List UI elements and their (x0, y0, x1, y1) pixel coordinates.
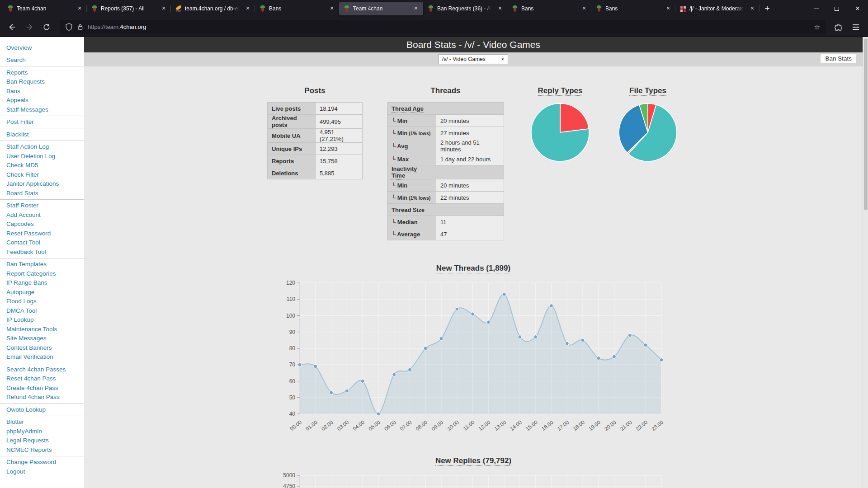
browser-tab[interactable]: Ban Requests (36) - All× (423, 2, 507, 15)
sidebar-item-staff-roster[interactable]: Staff Roster (0, 201, 84, 211)
sidebar-item-reports[interactable]: Reports (0, 68, 84, 77)
sidebar-item-ip-lookup[interactable]: IP Lookup (0, 315, 84, 325)
sidebar-item-contest-banners[interactable]: Contest Banners (0, 343, 84, 352)
data-point (597, 357, 600, 360)
board-select[interactable]: /v/ - Video Games ▼ (439, 54, 508, 64)
sidebar-item-report-categories[interactable]: Report Categories (0, 269, 84, 278)
sidebar-item-add-account[interactable]: Add Account (0, 210, 84, 220)
shield-icon (65, 23, 73, 31)
row-label: Thread Age (387, 103, 436, 115)
tab-close-button[interactable]: × (327, 4, 336, 13)
sidebar-item-staff-messages[interactable]: Staff Messages (0, 105, 84, 114)
sidebar-item-board-stats[interactable]: Board Stats (0, 188, 84, 198)
sidebar-item-capcodes[interactable]: Capcodes (0, 220, 84, 229)
tab-close-button[interactable]: × (75, 4, 84, 13)
sidebar-item-reset-4chan-pass[interactable]: Reset 4chan Pass (0, 374, 84, 384)
sidebar-item-post-filter[interactable]: Post Filter (0, 117, 84, 127)
reload-button[interactable] (39, 19, 54, 35)
tab-close-button[interactable]: × (664, 4, 673, 13)
sidebar-item-maintenance-tools[interactable]: Maintenance Tools (0, 324, 84, 334)
data-point (298, 363, 302, 366)
url-scheme-subdomain: https://team. (88, 23, 120, 30)
scrollbar-thumb[interactable] (864, 38, 868, 210)
svg-text:16:00: 16:00 (541, 419, 554, 432)
sidebar-item-user-deletion-log[interactable]: User Deletion Log (0, 151, 84, 161)
sidebar-item-search-4chan-passes[interactable]: Search 4chan Passes (0, 365, 84, 374)
sidebar-item-phpmyadmin[interactable]: phpMyAdmin (0, 427, 84, 436)
hamburger-icon (853, 27, 859, 28)
menu-button[interactable] (848, 19, 863, 35)
sidebar-item-dmca-tool[interactable]: DMCA Tool (0, 306, 84, 315)
sidebar-item-check-filter[interactable]: Check Filter (0, 170, 84, 179)
forward-button[interactable] (22, 19, 37, 35)
svg-text:4750: 4750 (283, 483, 295, 488)
sidebar-item-create-4chan-pass[interactable]: Create 4chan Pass (0, 383, 84, 393)
sidebar-item-owoto-lookup[interactable]: Owoto Lookup (0, 405, 84, 414)
sidebar-item-autopurge[interactable]: Autopurge (0, 287, 84, 297)
svg-text:90: 90 (289, 329, 296, 335)
sidebar-item-ban-requests[interactable]: Ban Requests (0, 77, 84, 87)
tab-close-button[interactable]: × (495, 4, 505, 13)
sidebar-item-change-password[interactable]: Change Password (0, 458, 84, 467)
svg-text:03:00: 03:00 (336, 419, 350, 432)
sidebar-item-flood-logs[interactable]: Flood Logs (0, 297, 84, 306)
browser-tab[interactable]: PMAteam.4chan.org / db-ena× (171, 2, 255, 15)
tab-close-button[interactable]: × (411, 4, 420, 13)
url-bar[interactable]: https://team.4chan.org ☆ (60, 20, 826, 34)
table-row: └ Min20 minutes (387, 115, 504, 127)
file-types-block: File Types (616, 86, 679, 163)
extensions-button[interactable] (831, 19, 846, 35)
tab-title: Bans (521, 5, 577, 12)
sidebar-item-check-md5[interactable]: Check MD5 (0, 161, 84, 170)
sidebar-item-staff-action-log[interactable]: Staff Action Log (0, 142, 84, 152)
page-scrollbar[interactable] (863, 37, 868, 488)
browser-tab[interactable]: Bans× (591, 2, 675, 15)
tab-close-button[interactable]: × (159, 4, 168, 13)
sidebar-item-contact-tool[interactable]: Contact Tool (0, 238, 84, 248)
sidebar-item-appeals[interactable]: Appeals (0, 96, 84, 105)
ban-stats-button[interactable]: Ban Stats (821, 54, 856, 63)
sidebar-item-reset-password[interactable]: Reset Password (0, 229, 84, 238)
minimize-button[interactable] (806, 2, 826, 15)
window-controls: × (806, 2, 868, 15)
tab-close-button[interactable]: × (243, 4, 252, 13)
browser-tab[interactable]: Bans× (255, 2, 339, 15)
sidebar-item-blotter[interactable]: Blotter (0, 418, 84, 427)
tab-close-button[interactable]: × (748, 4, 757, 13)
posts-block: Posts Live posts18,194Archived posts499,… (267, 86, 363, 179)
row-label: Thread Size (387, 204, 436, 216)
svg-text:06:00: 06:00 (383, 419, 397, 432)
bookmark-star-icon[interactable]: ☆ (814, 23, 820, 31)
sidebar-item-ban-templates[interactable]: Ban Templates (0, 260, 84, 269)
sidebar-item-site-messages[interactable]: Site Messages (0, 334, 84, 343)
browser-tab[interactable]: Reports (357) - All× (87, 2, 171, 15)
table-row: Mobile UA4,951 (27.21%) (268, 129, 363, 143)
back-button[interactable] (5, 19, 20, 35)
data-point (345, 389, 349, 393)
sidebar-item-ip-range-bans[interactable]: IP Range Bans (0, 278, 84, 288)
sidebar-item-feedback-tool[interactable]: Feedback Tool (0, 247, 84, 257)
sidebar-item-blacklist[interactable]: Blacklist (0, 130, 84, 139)
sidebar-item-logout[interactable]: Logout (0, 467, 84, 476)
sidebar-item-legal-requests[interactable]: Legal Requests (0, 436, 84, 446)
close-window-button[interactable]: × (847, 2, 868, 15)
browser-tab[interactable]: /j/ - Janitor & Moderator× (675, 2, 760, 15)
browser-tab[interactable]: Team 4chan× (339, 2, 423, 15)
sidebar-item-janitor-applications[interactable]: Janitor Applications (0, 179, 84, 189)
sidebar-item-ncmec-reports[interactable]: NCMEC Reports (0, 445, 84, 455)
sidebar-item-search[interactable]: Search (0, 56, 84, 65)
tab-close-button[interactable]: × (580, 4, 589, 13)
row-value: 18,194 (316, 103, 363, 115)
sidebar-item-refund-4chan-pass[interactable]: Refund 4chan Pass (0, 393, 84, 402)
sidebar-item-email-verification[interactable]: Email Verification (0, 352, 84, 362)
fourchan-favicon-icon (595, 5, 603, 12)
browser-tab[interactable]: Team 4chan× (3, 2, 87, 15)
maximize-button[interactable] (826, 2, 847, 15)
sidebar-item-overview[interactable]: Overview (0, 43, 84, 52)
sidebar-item-bans[interactable]: Bans (0, 86, 84, 96)
row-label: └ Min (387, 179, 436, 192)
browser-tab[interactable]: Bans× (507, 2, 591, 15)
svg-text:04:00: 04:00 (352, 419, 365, 432)
new-tab-button[interactable]: + (760, 2, 775, 15)
line-fill (300, 294, 661, 414)
